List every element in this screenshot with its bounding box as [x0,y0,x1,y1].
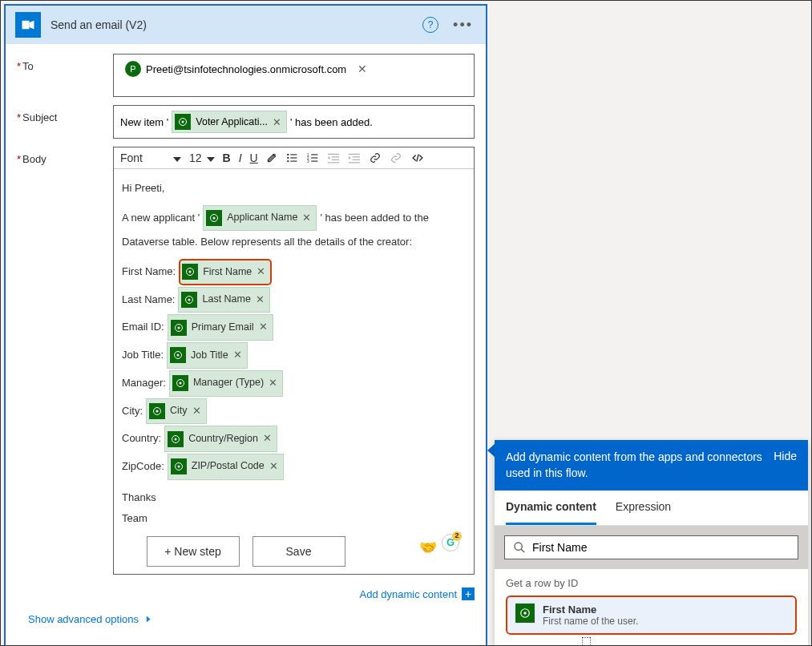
svg-rect-14 [311,161,317,162]
dynamic-content-panel: Add dynamic content from the apps and co… [495,440,808,646]
dyn-item-desc: First name of the user. [543,616,638,627]
token-remove-icon[interactable]: ✕ [256,290,265,310]
token-remove-icon[interactable]: ✕ [269,457,278,477]
dataverse-icon [172,375,188,391]
dataverse-icon [182,264,198,280]
tab-expression[interactable]: Expression [616,491,671,525]
body-row: Body Font 12 B I U 123 [17,147,475,575]
code-view-button[interactable] [410,152,425,164]
svg-rect-17 [331,159,338,160]
italic-button[interactable]: I [239,151,242,164]
dataverse-icon [171,320,187,336]
token-remove-icon[interactable]: ✕ [273,116,281,128]
add-dynamic-plus-icon[interactable]: + [462,587,475,600]
hide-button[interactable]: Hide [774,450,797,462]
body-token[interactable]: Last Name✕ [178,287,269,313]
body-token[interactable]: Primary Email✕ [168,314,273,341]
token-remove-icon[interactable]: ✕ [263,429,272,449]
dataverse-icon [170,347,186,363]
font-select[interactable]: Font [120,151,181,164]
token-remove-icon[interactable]: ✕ [269,373,277,394]
underline-button[interactable]: U [250,151,258,164]
svg-rect-10 [311,154,317,155]
svg-rect-21 [352,159,359,160]
save-button[interactable]: Save [252,536,345,567]
svg-rect-12 [311,157,317,158]
editor-content[interactable]: Hi Preeti, A new applicant ' Applicant N… [114,169,474,574]
search-icon [513,541,526,554]
field-label: ZipCode: [122,457,164,477]
new-step-button[interactable]: + New step [147,536,240,567]
editor-toolbar: Font 12 B I U 123 [114,147,474,169]
svg-rect-20 [352,156,359,157]
bullet-list-button[interactable] [285,152,298,164]
body-token[interactable]: Country/Region✕ [164,426,277,452]
tab-dynamic-content[interactable]: Dynamic content [506,491,596,525]
dataverse-icon [181,292,197,308]
more-icon[interactable]: ••• [450,17,476,34]
svg-rect-6 [290,157,297,158]
dyn-search[interactable] [504,535,798,559]
body-token[interactable]: City✕ [146,398,207,425]
dyn-panel-header: Add dynamic content from the apps and co… [495,440,808,491]
applicant-token[interactable]: Applicant Name ✕ [203,205,317,232]
link-button[interactable] [369,152,382,164]
subject-label: Subject [17,105,113,139]
token-remove-icon[interactable]: ✕ [233,345,242,365]
subject-input[interactable]: New item ' Voter Applicati... ✕ ' has be… [113,105,475,139]
font-size-select[interactable]: 12 [189,151,215,164]
svg-rect-4 [290,154,297,155]
token-remove-icon[interactable]: ✕ [259,317,268,337]
card-title: Send an email (V2) [50,18,422,31]
svg-rect-15 [328,154,339,155]
dataverse-icon [175,114,191,130]
token-remove-icon[interactable]: ✕ [257,262,265,282]
body-token[interactable]: Manager (Type)✕ [169,370,283,397]
dataverse-icon [168,431,184,447]
outdent-button[interactable] [327,152,340,164]
to-row: To P Preeti@tsinfotechnologies.onmicroso… [17,54,475,97]
to-input[interactable]: P Preeti@tsinfotechnologies.onmicrosoft.… [113,54,475,97]
svg-point-3 [287,154,289,155]
help-icon[interactable]: ? [422,17,438,33]
svg-line-24 [521,549,524,552]
recipient-email: Preeti@tsinfotechnologies.onmicrosoft.co… [146,63,346,75]
recipient-pill[interactable]: P Preeti@tsinfotechnologies.onmicrosoft.… [120,59,372,79]
bold-button[interactable]: B [223,151,231,164]
body-token[interactable]: ZIP/Postal Code✕ [168,454,284,480]
recipient-avatar: P [125,61,141,77]
advanced-options-toggle[interactable]: Show advanced options [17,605,475,638]
dyn-section-header: Get a row by ID [495,569,808,592]
svg-rect-18 [328,162,339,163]
body-token[interactable]: First Name✕ [179,259,272,285]
dyn-search-input[interactable] [532,541,790,554]
body-token[interactable]: Job Title✕ [167,342,248,369]
add-dynamic-link[interactable]: Add dynamic content [360,588,457,600]
body-editor: Font 12 B I U 123 Hi Preeti, [113,147,475,575]
outlook-icon [15,12,41,38]
field-label: First Name: [122,262,176,282]
field-label: Country: [122,429,161,449]
svg-rect-2 [22,21,30,30]
subject-row: Subject New item ' Voter Applicati... ✕ … [17,105,475,139]
indent-button[interactable] [348,152,361,164]
dyn-item-first-name[interactable]: First Name First name of the user. [506,596,797,635]
field-label: City: [122,402,143,422]
svg-rect-8 [290,161,297,162]
color-button[interactable] [266,152,277,164]
field-label: Email ID: [122,317,164,337]
token-remove-icon[interactable]: ✕ [302,208,311,228]
field-label: Manager: [122,373,166,394]
number-list-button[interactable]: 123 [306,152,319,164]
dataverse-icon [206,210,222,226]
unlink-button[interactable] [390,152,402,164]
subject-token[interactable]: Voter Applicati... ✕ [172,111,287,133]
subject-text-prefix: New item ' [120,116,168,128]
token-remove-icon[interactable]: ✕ [192,402,201,422]
field-label: Job Title: [122,345,164,365]
svg-rect-22 [349,162,360,163]
dyn-search-wrap [495,526,808,569]
dyn-item-title: First Name [543,604,638,616]
recipient-remove-icon[interactable]: ✕ [358,63,367,75]
svg-rect-19 [349,154,360,155]
